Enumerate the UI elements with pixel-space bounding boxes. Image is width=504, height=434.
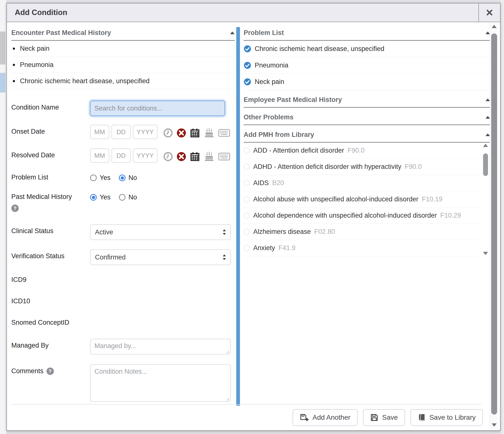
problem-list-items: Chronic ischemic heart disease, unspecif… [244, 41, 490, 90]
scroll-down-icon[interactable] [483, 252, 488, 255]
collapse-caret-icon [485, 116, 490, 119]
snomed-label: Snomed ConceptID [11, 319, 90, 326]
scrollbar-thumb[interactable] [491, 33, 497, 415]
bullet-icon [13, 48, 15, 50]
employee-pmh-header[interactable]: Employee Past Medical History [244, 96, 490, 108]
keyboard-icon[interactable] [218, 152, 230, 161]
save-plus-icon [300, 413, 309, 422]
add-pmh-library-header[interactable]: Add PMH from Library [244, 131, 490, 143]
save-label: Save [382, 414, 398, 421]
radio-label: No [128, 174, 137, 182]
radio-label: Yes [100, 193, 110, 201]
help-icon[interactable]: ? [47, 368, 54, 375]
encounter-pmh-item: Neck pain [20, 45, 49, 52]
current-time-icon[interactable] [163, 152, 173, 161]
problem-list-item-label: Neck pain [255, 78, 284, 86]
dialog-title: Add Condition [7, 8, 478, 17]
check-circle-icon [244, 62, 251, 69]
birthday-icon[interactable] [204, 151, 215, 162]
scrollbar-thumb[interactable] [483, 153, 488, 176]
right-pane: Problem List Chronic ischemic heart dise… [244, 29, 490, 256]
comments-input[interactable] [90, 364, 231, 402]
collapse-caret-icon [230, 31, 235, 34]
scroll-down-icon[interactable] [491, 423, 497, 427]
dialog-header: Add Condition [7, 3, 500, 22]
icd10-label: ICD10 [11, 297, 90, 305]
other-problems-header[interactable]: Other Problems [244, 113, 490, 125]
radio-checked-icon [119, 175, 126, 181]
current-time-icon[interactable] [163, 128, 173, 138]
background-page [501, 0, 504, 434]
scroll-up-icon[interactable] [491, 25, 497, 28]
clear-date-icon[interactable] [176, 152, 186, 161]
library-item[interactable]: Alcohol abuse with unspecified alcohol-i… [244, 191, 479, 208]
footer-divider [11, 404, 482, 405]
check-circle-icon [244, 45, 251, 53]
list-item: Chronic ischemic heart disease, unspecif… [11, 73, 235, 89]
resolved-day-input[interactable] [111, 148, 131, 163]
library-item-code: F41.9 [279, 244, 296, 252]
birthday-icon[interactable] [204, 128, 215, 138]
save-icon [370, 413, 378, 422]
close-button[interactable] [478, 3, 500, 22]
condition-search-input[interactable] [90, 101, 225, 116]
onset-year-input[interactable] [133, 125, 158, 139]
pmh-yes-option[interactable]: Yes [90, 193, 110, 201]
problem-list-item[interactable]: Neck pain [244, 74, 490, 90]
library-item[interactable]: AIDS B20 [244, 175, 479, 191]
library-item[interactable]: ADHD - Attention deficit disorder with h… [244, 159, 479, 175]
library-item-code: F02.80 [314, 228, 335, 236]
add-condition-dialog: Add Condition Encounter Past Medical His… [6, 3, 501, 431]
save-to-library-button[interactable]: Save to Library [410, 409, 483, 426]
verification-status-select[interactable]: Confirmed [90, 249, 231, 265]
library-item-name: AIDS [253, 179, 269, 187]
encounter-pmh-title: Encounter Past Medical History [11, 29, 111, 37]
resolved-month-input[interactable] [90, 148, 109, 163]
radio-unchecked-icon [244, 180, 250, 186]
resolved-year-input[interactable] [133, 148, 158, 163]
calendar-icon[interactable] [190, 151, 200, 162]
problem-list-item[interactable]: Pneumonia [244, 57, 490, 74]
clear-date-icon[interactable] [176, 128, 186, 138]
select-value: Active [95, 228, 113, 236]
problem-list-title: Problem List [244, 29, 284, 37]
save-button[interactable]: Save [363, 409, 405, 426]
library-item-name: Alzheimers disease [253, 228, 311, 236]
radio-label: No [128, 193, 137, 201]
managed-by-input[interactable] [90, 339, 231, 354]
clinical-status-select[interactable]: Active [90, 224, 231, 240]
radio-checked-icon [90, 194, 97, 201]
add-another-button[interactable]: Add Another [293, 409, 358, 426]
library-item[interactable]: Anxiety F41.9 [244, 240, 479, 256]
help-icon[interactable]: ? [11, 205, 19, 212]
onset-month-input[interactable] [90, 125, 109, 139]
problem-list-yes-option[interactable]: Yes [90, 174, 110, 182]
calendar-icon[interactable] [190, 128, 200, 138]
add-pmh-library-title: Add PMH from Library [244, 131, 314, 139]
dialog-scrollbar[interactable] [490, 23, 498, 429]
pmh-no-option[interactable]: No [119, 193, 137, 201]
keyboard-icon[interactable] [218, 129, 230, 137]
problem-list-no-option[interactable]: No [119, 174, 137, 182]
left-pane: Encounter Past Medical History Neck pain… [11, 29, 235, 403]
problem-list-header[interactable]: Problem List [244, 29, 490, 41]
condition-form: Condition Name Onset Date [11, 101, 235, 403]
managed-by-label: Managed By [11, 339, 90, 349]
list-item: Neck pain [11, 41, 235, 57]
library-item-code: F10.29 [440, 212, 461, 219]
encounter-pmh-header[interactable]: Encounter Past Medical History [11, 29, 235, 41]
pmh-library-list: ADD - Attention deficit disorder F90.0 A… [244, 143, 490, 256]
problem-list-label: Problem List [11, 174, 90, 181]
onset-day-input[interactable] [111, 125, 131, 139]
encounter-pmh-list: Neck pain Pneumonia Chronic ischemic hea… [11, 41, 235, 89]
radio-label: Yes [100, 174, 110, 182]
library-item[interactable]: ADD - Attention deficit disorder F90.0 [244, 143, 479, 159]
past-medical-history-label: Past Medical History ? [11, 193, 90, 212]
scroll-up-icon[interactable] [483, 144, 488, 147]
problem-list-item[interactable]: Chronic ischemic heart disease, unspecif… [244, 41, 490, 57]
library-scrollbar[interactable] [482, 144, 489, 255]
bullet-icon [13, 80, 15, 82]
library-item[interactable]: Alzheimers disease F02.80 [244, 224, 479, 240]
comments-label: Comments ? [11, 364, 90, 375]
library-item[interactable]: Alcohol dependence with unspecified alco… [244, 208, 479, 224]
